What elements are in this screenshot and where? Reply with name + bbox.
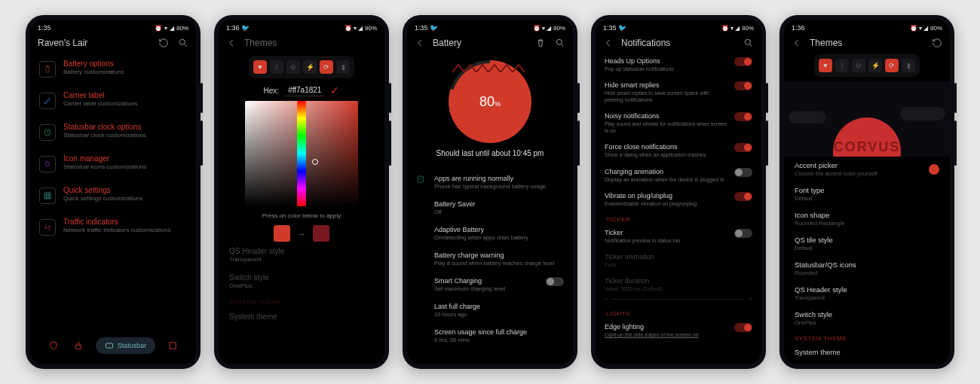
row-heads-up[interactable]: Heads Up OptionsPop up statusbar notific… xyxy=(603,53,754,77)
tile-battery-icon: ▮ xyxy=(336,60,350,74)
page-title: Themes xyxy=(810,38,924,48)
tile-bluetooth-icon: ᛒ xyxy=(835,59,849,72)
battery-estimate: Should last until about 10:45 pm xyxy=(415,149,565,157)
row-vibrate-plug[interactable]: Vibrate on plug/unplugEnable/disable vib… xyxy=(603,187,754,212)
phone-themes-picker: 1:36 🐦 ⏰ ▾ ◢ 80% Themes ♥ ᛒ ⊖ ⚡ ⟳ ▮ Hex:… xyxy=(214,15,389,369)
phone-battery: 1:35 🐦⏰ ▾ ◢ 80% Battery 80% Should last … xyxy=(403,15,577,369)
section-lights: Lights xyxy=(606,310,751,317)
apply-hint: Press on color below to apply xyxy=(226,212,377,219)
row-charge-warning[interactable]: Battery charge warningPlay a sound when … xyxy=(415,246,565,272)
row-screen-usage: Screen usage since full charge6 hrs, 26 … xyxy=(415,323,565,349)
qs-preview: ♥ ᛒ ⊖ ⚡ ⟳ ▮ xyxy=(249,56,354,78)
row-last-full-charge: Last full charge10 hours ago xyxy=(415,297,565,323)
themes-hero: CORVUS xyxy=(784,81,950,157)
row-force-close[interactable]: Force close notificationsShow a dialog w… xyxy=(603,139,754,163)
hue-slider[interactable] xyxy=(297,101,306,206)
toggle-smart-replies[interactable] xyxy=(734,81,752,90)
row-noisy[interactable]: Noisy notificationsPlay sound and vibrat… xyxy=(603,108,754,139)
row-statusbar-qs-icons[interactable]: Statusbar/QS iconsRounded xyxy=(792,256,942,281)
restore-icon[interactable] xyxy=(932,38,942,48)
tile-heart-icon: ♥ xyxy=(253,60,267,74)
item-traffic-indicators[interactable]: Traffic indicatorsNetwork traffic indica… xyxy=(38,211,188,242)
item-quick-settings[interactable]: Quick settingsQuick settings customizati… xyxy=(38,179,188,211)
row-smart-charging[interactable]: Smart ChargingSet maximum charging level xyxy=(415,272,565,297)
svg-rect-4 xyxy=(44,193,51,199)
row-font-type[interactable]: Font typeDefault xyxy=(792,181,942,206)
toggle-heads-up[interactable] xyxy=(734,57,752,66)
item-battery-options[interactable]: Battery optionsBattery customizations xyxy=(38,53,188,84)
tab-lock[interactable] xyxy=(71,338,86,353)
row-system-theme: System theme xyxy=(226,307,377,326)
qs-preview: ♥ ᛒ ⊖ ⚡ ⟳ ▮ xyxy=(814,54,920,77)
back-icon[interactable] xyxy=(792,38,802,48)
page-title: Battery xyxy=(433,38,528,48)
tile-dnd-icon: ⊖ xyxy=(286,60,300,74)
search-icon[interactable] xyxy=(743,38,754,48)
tab-statusbar-active[interactable]: Statusbar xyxy=(96,337,156,354)
statusbar: 1:35 ⏰ ▾ ◢ 80% xyxy=(30,20,196,33)
svg-point-8 xyxy=(556,39,562,44)
row-charging-anim[interactable]: Charging animationDisplay an animation w… xyxy=(603,163,754,187)
hex-input[interactable]: #ff7a1821 xyxy=(285,84,324,96)
item-icon-manager[interactable]: Icon managerStatusbar icons customizatio… xyxy=(38,148,188,179)
tile-rotate-icon: ⟳ xyxy=(320,60,333,74)
signal-icon: ◢ xyxy=(170,25,174,32)
delete-icon[interactable] xyxy=(535,38,546,48)
row-switch-style[interactable]: Switch styleOnePlus xyxy=(792,306,942,331)
svg-point-10 xyxy=(745,39,750,44)
toggle-ticker[interactable] xyxy=(734,229,752,238)
hex-label: Hex: xyxy=(264,87,280,95)
row-qs-tile-style[interactable]: QS tile styleDefault xyxy=(792,231,942,256)
confirm-icon[interactable]: ✓ xyxy=(330,84,339,96)
row-apps-normal[interactable]: Apps are running normallyPhone has typic… xyxy=(415,169,565,195)
toggle-charging-anim[interactable] xyxy=(734,168,752,177)
swatch-current[interactable] xyxy=(274,225,290,242)
section-ticker: Ticker xyxy=(606,216,751,223)
row-icon-shape[interactable]: Icon shapeRounded Rectangle xyxy=(792,206,942,231)
row-hide-smart-replies[interactable]: Hide smart repliesHide smart replies to … xyxy=(603,77,754,108)
search-icon[interactable] xyxy=(555,38,565,48)
item-carrier-label[interactable]: Carrier labelCarrier label customization… xyxy=(38,84,188,116)
status-time: 1:35 xyxy=(38,24,51,32)
row-accent-picker[interactable]: Accent pickerChoose the accent color you… xyxy=(792,157,942,181)
alarm-icon: ⏰ xyxy=(155,25,162,32)
item-statusbar-clock[interactable]: Statusbar clock optionsStatusbar clock c… xyxy=(38,116,188,148)
tab-square[interactable] xyxy=(165,338,180,353)
toggle-force-close[interactable] xyxy=(734,143,752,152)
tile-heart-icon: ♥ xyxy=(819,59,832,72)
row-system-theme[interactable]: System theme xyxy=(792,343,942,361)
page-title: Themes xyxy=(244,38,377,48)
checklist-icon xyxy=(416,175,427,185)
svg-rect-9 xyxy=(418,176,424,182)
tab-shield[interactable] xyxy=(46,338,61,353)
tile-rotate-icon: ⟳ xyxy=(885,59,899,72)
section-system-theme: System Theme xyxy=(229,299,374,306)
row-edge-lighting[interactable]: Edge lightingLight up the side edges of … xyxy=(603,318,754,343)
row-qs-header-style[interactable]: QS Header styleTransparent xyxy=(792,281,942,306)
swatch-new[interactable] xyxy=(313,225,329,242)
bottom-tabs: Statusbar xyxy=(30,330,196,364)
toggle-noisy[interactable] xyxy=(734,112,752,121)
brand-text: CORVUS xyxy=(784,139,950,155)
arrow-icon: → xyxy=(298,230,305,238)
tile-dnd-icon: ⊖ xyxy=(852,59,865,72)
svg-rect-7 xyxy=(170,343,176,349)
tile-battery-icon: ▮ xyxy=(902,59,915,72)
back-icon[interactable] xyxy=(603,38,614,48)
toggle-vibrate-plug[interactable] xyxy=(734,192,752,201)
svg-rect-1 xyxy=(46,67,49,73)
row-adaptive-battery[interactable]: Adaptive BatteryOn/detecting when apps d… xyxy=(415,221,565,246)
back-icon[interactable] xyxy=(415,38,425,48)
battery-ring: 80% xyxy=(449,60,531,143)
back-icon[interactable] xyxy=(226,38,237,48)
search-icon[interactable] xyxy=(178,38,188,48)
svg-rect-6 xyxy=(106,343,112,348)
phone-themes-main: 1:36⏰ ▾ ◢ 80% Themes ♥ ᛒ ⊖ ⚡ ⟳ ▮ CORVUS xyxy=(779,15,954,369)
row-battery-saver[interactable]: Battery SaverOff xyxy=(415,195,565,221)
row-ticker[interactable]: TickerNotification preview in status bar xyxy=(603,224,754,248)
toggle-edge-lighting[interactable] xyxy=(734,323,752,332)
restore-icon[interactable] xyxy=(158,38,169,48)
page-title: Notifications xyxy=(621,38,736,48)
smart-charging-toggle[interactable] xyxy=(546,277,564,286)
battery-percent: 80 xyxy=(479,94,495,109)
